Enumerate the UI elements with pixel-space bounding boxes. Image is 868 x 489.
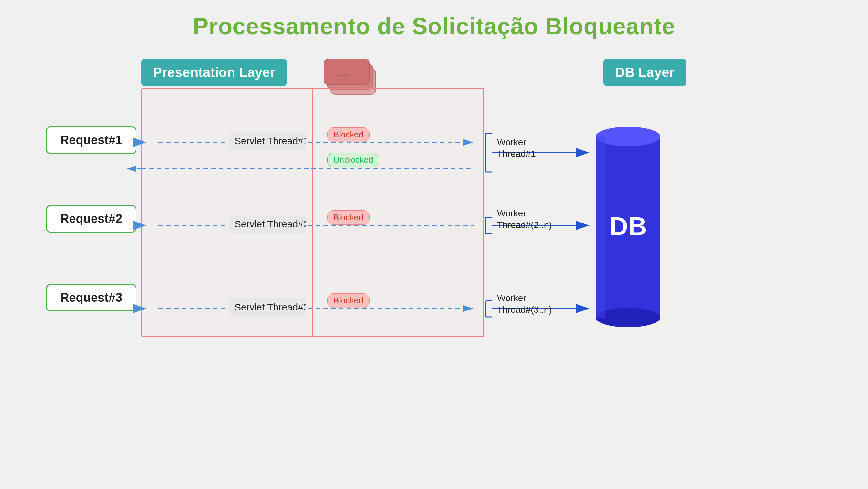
main-server-box [141,88,484,337]
request-2-box: Request#2 [46,205,136,233]
request-1-box: Request#1 [46,126,136,154]
right-panel [313,89,483,336]
requests-column: Request#1 Request#2 Request#3 [46,101,136,337]
svg-rect-34 [596,136,606,317]
servlet-panel [142,89,313,336]
db-layer-label: DB Layer [603,59,686,86]
svg-point-32 [596,127,660,146]
worker-2-label: WorkerThread#(2..n) [497,208,588,231]
svg-text:.....: ..... [337,68,350,78]
svg-text:DB: DB [609,212,647,241]
svg-point-33 [596,308,660,327]
request-3-box: Request#3 [46,284,136,311]
worker-3-label: WorkerThread#(3..n) [497,293,588,316]
worker-1-label: WorkerThread#1 [497,136,581,160]
page-title: Processamento de Solicitação Bloqueante [193,13,675,39]
presentation-layer-label: Presentation Layer [141,59,287,86]
svg-rect-31 [596,136,660,317]
